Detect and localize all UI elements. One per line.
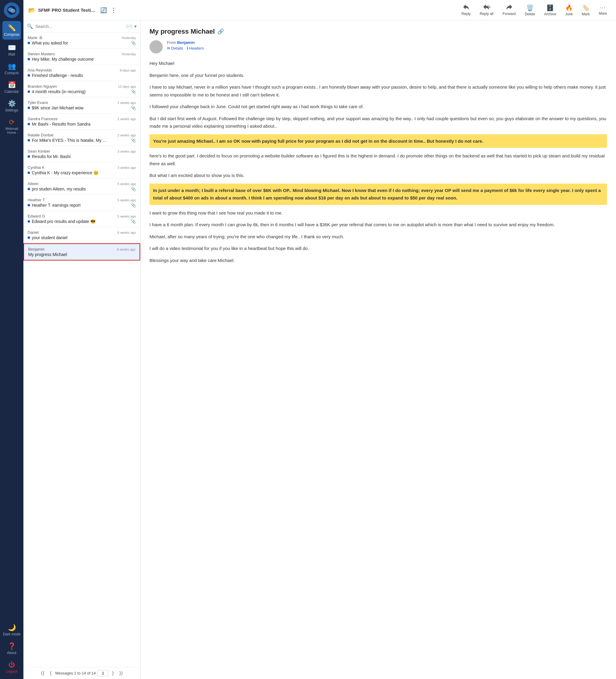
external-link-icon[interactable]: 🔗 (217, 28, 224, 35)
dropdown-icon[interactable]: ▾ (134, 24, 137, 29)
unread-dot (28, 74, 30, 76)
email-list-item[interactable]: Aileen5 weeks agopro studen Aileen, my r… (24, 179, 140, 195)
from-links: ✉ Details ℹ Headers (167, 46, 204, 51)
prev-page-button[interactable]: ⟨ (48, 670, 54, 677)
email-subject: My progress Michael (28, 252, 67, 257)
menu-button[interactable]: ⋮ (110, 7, 116, 14)
email-date: 5 weeks ago (117, 198, 136, 202)
mail-filter-icon[interactable]: ✉️ (126, 24, 132, 29)
search-bar: 🔍 ✉️ ▾ (24, 21, 140, 32)
email-subject-row: What you asked for📎 (28, 40, 136, 45)
sidebar-item-darkmode[interactable]: 🌙 Dark mode (0, 621, 24, 639)
refresh-button[interactable]: 🔄 (100, 7, 107, 13)
email-sender: Sean Kimber (28, 149, 50, 154)
sidebar-item-mail[interactable]: ✉️ Mail (0, 41, 24, 60)
mail-icon: ✉️ (8, 44, 16, 52)
mark-button[interactable]: 🏷️ Mark (578, 2, 594, 18)
more-button[interactable]: ··· More (595, 3, 611, 18)
forward-button[interactable]: Forward (498, 2, 520, 18)
email-subject-row: your student daniel (28, 235, 136, 240)
email-subject-left: $9K since Jan Michael wow (28, 105, 83, 110)
first-page-button[interactable]: ⟨⟨ (39, 670, 46, 677)
email-list-item[interactable]: Sean Kimber3 weeks agoResults for Mr. Ba… (24, 146, 140, 162)
email-subject-row: Hey Mike; My challenge outcome (28, 57, 136, 62)
details-link[interactable]: ✉ Details (167, 46, 183, 51)
email-sender: Benjamin (28, 247, 44, 252)
email-list-panel: 🔍 ✉️ ▾ Marie .B.YesterdayWhat you asked … (24, 21, 140, 679)
more-label: More (599, 11, 607, 15)
email-date: 3 weeks ago (117, 150, 136, 153)
email-subject: Edward pro results and update 😎 (32, 219, 96, 224)
next-page-button[interactable]: ⟩ (110, 670, 115, 677)
sidebar-item-calendar[interactable]: 📅 Calendar (0, 78, 24, 97)
email-item-header: Natalie Dunbar2 weeks ago (28, 133, 136, 137)
from-info: From Benjamin ✉ Details ℹ Headers (167, 40, 204, 51)
email-list-item[interactable]: Daniel6 weeks agoyour student daniel (24, 227, 140, 244)
email-list-item[interactable]: Brandon Nguyen12 days ago4 month results… (24, 81, 140, 97)
sidebar-item-about-label: About (7, 651, 16, 655)
mark-label: Mark (582, 12, 590, 16)
calendar-icon: 📅 (8, 81, 16, 89)
body-paragraph: Michael, after so many years of trying; … (149, 233, 607, 241)
page-input[interactable] (98, 670, 108, 676)
sidebar-item-compose[interactable]: ✏️ Compose (2, 21, 21, 40)
email-list-item[interactable]: Benjamin6 weeks agoMy progress Michael (24, 244, 140, 260)
email-list-item[interactable]: Heather T5 weeks agoHeather T. earnings … (24, 195, 140, 211)
sidebar-item-logout-label: Logout (6, 669, 18, 674)
archive-label: Archive (544, 12, 556, 16)
search-input[interactable] (35, 24, 124, 29)
compose-icon: ✏️ (8, 24, 16, 32)
email-list-item[interactable]: Sandra Franceze2 weeks agoMr Bashi - Res… (24, 114, 140, 130)
email-subject: Results for Mr. Bashi (32, 154, 71, 159)
unread-dot (28, 139, 30, 141)
reply-all-button[interactable]: Reply all (476, 2, 498, 18)
email-list-item[interactable]: Edward G5 weeks agoEdward pro results an… (24, 211, 140, 227)
sidebar-item-webmail[interactable]: ⟳ WebmailHome (0, 116, 24, 138)
from-name: Benjamin (177, 40, 195, 45)
junk-button[interactable]: 🔥 Junk (561, 2, 577, 18)
email-list-item[interactable]: Aria Reynolds8 days agoFinished challeng… (24, 65, 140, 81)
email-subject-left: For Mike's EYES - This is Natalie, My … (28, 138, 107, 143)
email-subject: pro studen Aileen, my results (32, 187, 86, 191)
email-item-header: Sean Kimber3 weeks ago (28, 149, 136, 154)
sidebar-item-about[interactable]: ❓ About (0, 639, 24, 658)
email-subject-title: My progress Michael (149, 28, 215, 35)
folder-title: SFMF PRO Student Testi… (38, 7, 96, 12)
email-sender: Brandon Nguyen (28, 84, 57, 89)
delete-button[interactable]: 🗑️ Delete (520, 2, 540, 18)
email-list: Marie .B.YesterdayWhat you asked for📎Ste… (24, 32, 140, 667)
svg-point-2 (10, 9, 15, 13)
reply-all-icon (483, 4, 490, 11)
email-list-item[interactable]: Marie .B.YesterdayWhat you asked for📎 (24, 32, 140, 49)
email-subject: $9K since Jan Michael wow (32, 105, 83, 110)
headers-link[interactable]: ℹ Headers (187, 46, 204, 51)
from-label: From Benjamin (167, 40, 204, 45)
archive-button[interactable]: 🗄️ Archive (540, 2, 560, 18)
delete-icon: 🗑️ (526, 4, 534, 11)
email-list-item[interactable]: Tyler Evans2 weeks ago$9K since Jan Mich… (24, 97, 140, 114)
sidebar-item-contacts[interactable]: 👥 Contacts (0, 60, 24, 78)
unread-dot (28, 188, 30, 190)
reply-label: Reply (461, 12, 471, 16)
unread-dot (28, 107, 30, 109)
email-list-item[interactable]: Natalie Dunbar2 weeks agoFor Mike's EYES… (24, 130, 140, 146)
email-subject-left: Edward pro results and update 😎 (28, 219, 96, 224)
reading-pane: My progress Michael 🔗 From Benjamin (140, 21, 616, 679)
last-page-button[interactable]: ⟩⟩ (117, 670, 125, 677)
email-subject-row: 4 month results (in recurring)📎 (28, 89, 136, 94)
email-date: 12 days ago (118, 85, 136, 88)
email-list-item[interactable]: Cynthia K3 weeks agoCynthia K - My crazy… (24, 162, 140, 179)
attachment-icon: 📎 (131, 40, 136, 45)
reply-button[interactable]: Reply (457, 2, 475, 18)
pagination: ⟨⟨ ⟨ Messages 1 to 14 of 14 ⟩ ⟩⟩ (24, 667, 140, 679)
email-sender: Steven Masters (28, 52, 55, 56)
folder-icon: 📂 (28, 7, 36, 14)
sidebar-item-logout[interactable]: ⏻ Logout (0, 658, 24, 677)
email-list-item[interactable]: Steven MastersYesterdayHey Mike; My chal… (24, 49, 140, 65)
email-date: 5 weeks ago (117, 215, 136, 218)
email-date: 8 days ago (120, 68, 136, 72)
email-sender: Aria Reynolds (28, 68, 52, 72)
email-subject-row: Heather T. earnings report📎 (28, 203, 136, 207)
sidebar-item-settings[interactable]: ⚙️ Settings (0, 97, 24, 116)
email-from-row: From Benjamin ✉ Details ℹ Headers (149, 40, 607, 54)
